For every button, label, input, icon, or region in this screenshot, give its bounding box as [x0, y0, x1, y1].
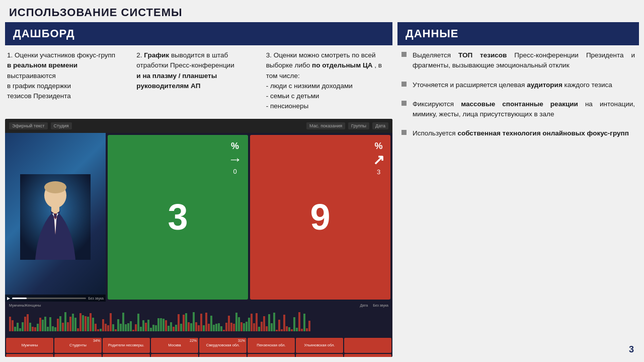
svg-rect-28: [69, 317, 71, 331]
svg-rect-73: [183, 315, 185, 331]
bullet-square-1: [401, 52, 407, 57]
svg-rect-27: [67, 322, 69, 331]
right-bullet-2: Уточняется и расширяется целевая аудитор…: [401, 80, 635, 90]
left-panel: ДАШБОРД 1. Оценки участников фокус-групп…: [5, 22, 392, 357]
svg-rect-109: [273, 313, 275, 331]
top-item-2: Студия: [51, 122, 72, 129]
seg-muzhchiny: Мужчины: [6, 338, 53, 353]
bullet-1-bold: в реальном времени: [7, 61, 77, 69]
bullet-col-1: 1. Оценки участников фокус-групп в реаль…: [7, 50, 131, 112]
svg-rect-113: [283, 315, 285, 331]
top-item-5: Дата: [372, 122, 388, 129]
svg-rect-71: [178, 314, 180, 331]
video-bottom-bar: ▶ Без звука: [5, 295, 106, 302]
svg-rect-37: [92, 318, 94, 331]
metric-red-arrow: ↗: [373, 152, 384, 168]
metric-green-delta: 0: [233, 168, 236, 175]
svg-rect-116: [291, 329, 293, 331]
right-bullet-2-text: Уточняется и расширяется целевая аудитор…: [413, 80, 612, 90]
svg-rect-58: [145, 323, 147, 331]
svg-rect-26: [64, 312, 66, 331]
chart-label-3: Дата: [360, 304, 368, 307]
svg-rect-120: [301, 329, 303, 331]
page-title: ИСПОЛЬЗОВАНИЕ СИСТЕМЫ: [0, 0, 644, 22]
svg-rect-38: [95, 324, 97, 331]
dashboard-image: Эфирный текст Студия Мас. показания Груп…: [5, 119, 392, 357]
svg-rect-4: [9, 317, 11, 331]
svg-rect-24: [59, 316, 61, 331]
svg-rect-75: [188, 322, 190, 331]
svg-rect-94: [235, 313, 237, 331]
svg-rect-76: [190, 323, 192, 331]
seg-sverd: Свердловская обл.31%: [199, 338, 247, 353]
svg-rect-108: [271, 323, 273, 331]
segments-grid: Мужчины Студенты34% Родители несоверш. М…: [5, 337, 392, 357]
svg-rect-83: [208, 324, 210, 331]
svg-rect-51: [127, 323, 129, 331]
bullet-square-4: [401, 130, 407, 135]
seg-volg: Волгоградская обл.: [296, 354, 343, 357]
svg-rect-74: [185, 313, 187, 331]
svg-rect-89: [223, 330, 225, 331]
svg-rect-35: [87, 317, 89, 331]
svg-rect-31: [77, 328, 79, 331]
svg-rect-118: [296, 328, 298, 331]
chart-svg: .cbar-g { fill: #3a9a4a; } .cbar-r { fil…: [9, 308, 388, 332]
metric-green-percent-area: % → 0: [228, 141, 242, 175]
svg-rect-102: [256, 313, 258, 331]
right-b3-bold: массовые спонтанные реакции: [461, 100, 578, 108]
person-svg: [20, 174, 91, 260]
right-bullet-4: Используется собственная технология онла…: [401, 128, 635, 138]
svg-rect-92: [230, 323, 232, 331]
svg-rect-36: [90, 313, 92, 331]
seg-ulyanov: Ульяновская обл.: [296, 338, 343, 353]
svg-rect-78: [195, 322, 197, 331]
svg-rect-18: [44, 317, 46, 331]
svg-rect-86: [215, 324, 217, 331]
bullet-2-bold: График: [144, 51, 169, 59]
metric-green-arrow: →: [228, 152, 242, 168]
svg-rect-57: [142, 320, 144, 331]
svg-rect-45: [112, 324, 114, 331]
svg-rect-111: [278, 320, 280, 331]
bullet-3-bold: по отдельным ЦА: [312, 61, 372, 69]
right-bullet-1: Выделяется ТОП тезисов Пресс-конференции…: [401, 50, 635, 71]
svg-rect-25: [62, 323, 64, 331]
svg-rect-50: [125, 324, 127, 331]
svg-rect-84: [210, 316, 212, 331]
seg-roditeli: Родители несоверш.: [103, 338, 150, 353]
seg-penz: Пензенская обл.: [248, 338, 295, 353]
svg-rect-17: [42, 320, 44, 331]
dash-main-area: ▶ Без звука 3 % →: [5, 133, 392, 302]
metrics-area: 3 % → 0 9 % ↗ 3: [106, 133, 392, 302]
svg-rect-30: [74, 318, 76, 331]
svg-rect-117: [293, 317, 295, 331]
svg-rect-43: [107, 325, 109, 331]
left-header: ДАШБОРД: [5, 22, 392, 45]
metric-green-percent: %: [231, 141, 239, 152]
play-icon[interactable]: ▶: [7, 296, 10, 301]
metric-red-delta: 3: [377, 168, 380, 176]
seg-stavrop: Ставропольский край: [199, 354, 247, 357]
svg-rect-54: [135, 324, 137, 331]
bullet-3-number: 3.: [266, 51, 274, 59]
svg-rect-52: [130, 321, 132, 331]
svg-rect-6: [14, 327, 16, 331]
svg-rect-95: [238, 317, 240, 331]
svg-rect-34: [85, 316, 87, 331]
bullet-col-3: 3. Оценки можно смотреть по всей выборке…: [266, 50, 390, 112]
svg-rect-46: [115, 329, 117, 331]
svg-rect-107: [268, 314, 270, 331]
metric-green-number: 3: [168, 199, 188, 235]
svg-rect-81: [203, 325, 205, 331]
svg-rect-70: [175, 325, 177, 331]
bullet-2-bold2: и на плазму / планшеты руководителям АП: [136, 72, 217, 90]
seg-25-34: 25–34: [54, 354, 102, 357]
svg-rect-115: [288, 327, 290, 331]
time-label: Без звука: [88, 297, 104, 300]
metric-red-box: 9 % ↗ 3: [250, 135, 390, 300]
seg-evr: Еврейский АО: [151, 354, 198, 357]
right-header: ДАННЫЕ: [397, 22, 639, 45]
svg-rect-16: [39, 318, 41, 331]
chart-section: Мужчины Женщины Дата Без звука .cbar-g {…: [5, 302, 392, 337]
